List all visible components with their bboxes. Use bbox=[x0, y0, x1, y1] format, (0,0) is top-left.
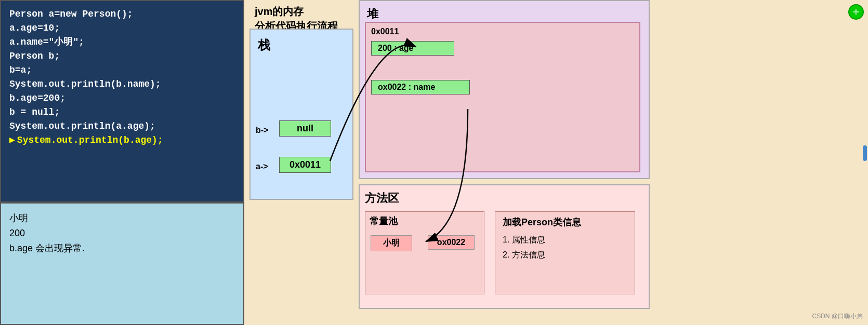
method-label: 方法区 bbox=[365, 191, 399, 206]
code-line-9: System.out.println(a.age); bbox=[9, 119, 235, 133]
code-line-8: b = null; bbox=[9, 105, 235, 119]
a-value: 0x0011 bbox=[279, 157, 331, 173]
left-panel: Person a=new Person(); a.age=10; a.name=… bbox=[0, 0, 244, 325]
code-line-2: a.age=10; bbox=[9, 21, 235, 35]
a-pointer: a-> bbox=[256, 162, 268, 171]
code-line-1: Person a=new Person(); bbox=[9, 7, 235, 21]
output-line-1: 小明 bbox=[9, 211, 235, 226]
b-pointer: b-> bbox=[256, 126, 268, 135]
constant-val2: ox0022 bbox=[428, 235, 475, 250]
stack-label: 栈 bbox=[258, 37, 270, 53]
stack-section: 栈 b-> null a-> 0x0011 bbox=[249, 29, 353, 200]
method-section: 方法区 常量池 小明 ox0022 加载Person类信息 1. 属性信息 2.… bbox=[359, 184, 650, 309]
b-value: null bbox=[279, 120, 331, 137]
watermark: CSDN @口嗨小弟 bbox=[812, 312, 863, 321]
constant-pool: 常量池 小明 ox0022 bbox=[365, 211, 484, 294]
person-class-title: 加载Person类信息 bbox=[503, 216, 627, 228]
code-line-7: b.age=200; bbox=[9, 91, 235, 105]
code-line-6: System.out.println(b.name); bbox=[9, 77, 235, 91]
output-line-2: 200 bbox=[9, 226, 235, 241]
constant-pool-label: 常量池 bbox=[370, 215, 398, 227]
code-line-3: a.name="小明"; bbox=[9, 35, 235, 49]
code-line-10: System.out.println(b.age); bbox=[9, 133, 235, 147]
scrollbar[interactable] bbox=[863, 145, 867, 161]
constant-val1: 小明 bbox=[371, 235, 412, 251]
person-class-info: 加载Person类信息 1. 属性信息 2. 方法信息 bbox=[495, 211, 635, 294]
code-block: Person a=new Person(); a.age=10; a.name=… bbox=[0, 0, 244, 202]
person-class-item-2: 2. 方法信息 bbox=[503, 248, 627, 263]
heap-field1: 200 : age bbox=[371, 41, 454, 56]
code-line-5: b=a; bbox=[9, 63, 235, 77]
output-block: 小明 200 b.age 会出现异常. bbox=[0, 202, 244, 325]
heap-label: 堆 bbox=[367, 6, 378, 22]
code-line-4: Person b; bbox=[9, 49, 235, 63]
heap-section: 堆 0x0011 200 : age ox0022 : name bbox=[359, 0, 650, 179]
heap-addr1: 0x0011 bbox=[371, 27, 399, 36]
output-line-3: b.age 会出现异常. bbox=[9, 241, 235, 256]
heap-inner: 0x0011 200 : age ox0022 : name bbox=[365, 22, 640, 172]
diagram-panel: jvm的内存 分析代码执行流程 栈 b-> null a-> 0x0011 堆 … bbox=[244, 0, 868, 325]
top-right-icon: ✛ bbox=[848, 4, 864, 20]
person-class-item-1: 1. 属性信息 bbox=[503, 233, 627, 248]
diagram-title-line1: jvm的内存 bbox=[255, 4, 338, 19]
heap-field2: ox0022 : name bbox=[371, 80, 470, 94]
